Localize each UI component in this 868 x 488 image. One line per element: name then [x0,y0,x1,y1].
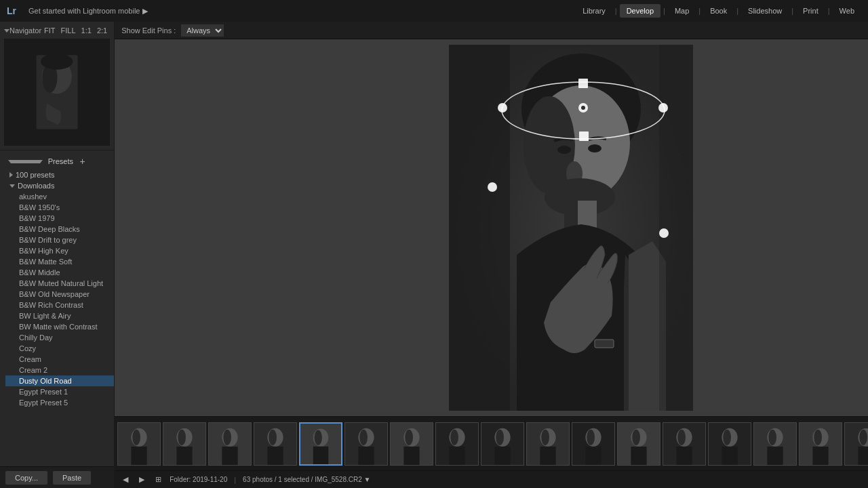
svg-rect-18 [659,45,693,411]
preset-bw-old-newspaper[interactable]: B&W Old Newspaper [5,289,114,300]
filmstrip-thumb-5[interactable] [344,422,388,466]
show-edit-select[interactable]: Always Auto Never [181,24,224,37]
preset-group-100presets: 100 presets [5,169,114,180]
paste-button[interactable]: Paste [53,471,91,485]
navigator-header: Navigator FIT FILL 1:1 2:1 [4,26,110,35]
svg-rect-59 [450,446,465,464]
svg-point-27 [581,106,585,110]
navigator-title: Navigator [9,26,41,35]
presets-title: Presets [48,157,77,165]
svg-point-62 [496,429,505,445]
zoom-fit[interactable]: FIT [41,26,58,35]
svg-point-78 [678,429,686,445]
filmstrip-thumb-8[interactable] [481,422,524,466]
filmstrip-thumb-13[interactable] [708,422,751,466]
svg-rect-75 [631,446,647,464]
preset-group-downloads-label: Downloads [18,182,54,190]
preset-akushev[interactable]: akushev [5,191,114,202]
svg-rect-39 [222,446,238,464]
svg-rect-47 [313,446,329,464]
svg-point-13 [588,144,601,152]
svg-rect-87 [768,446,783,464]
svg-rect-16 [595,340,614,348]
filmstrip-thumb-14[interactable] [753,422,797,466]
zoom-1to1[interactable]: 1:1 [79,26,94,35]
filmstrip-thumb-10[interactable] [572,422,615,466]
preset-bw-middle[interactable]: B&W Middle [5,267,114,278]
filmstrip-thumb-16[interactable] [844,422,868,466]
preset-bw1950s[interactable]: B&W 1950's [5,202,114,213]
get-started-link[interactable]: Get started with Lightroom mobile ▶ [28,7,148,16]
preset-cream[interactable]: Cream [5,354,114,365]
svg-point-66 [542,429,550,445]
filmstrip-thumb-2[interactable] [208,422,252,466]
preset-group-downloads-header[interactable]: Downloads [5,180,114,191]
filmstrip-thumb-4[interactable] [299,422,342,466]
preset-cozy[interactable]: Cozy [5,343,114,354]
navigator-collapse-icon[interactable] [4,29,9,33]
nav-book[interactable]: Book [703,4,734,18]
preset-group-downloads: Downloads akushev B&W 1950's B&W 1979 B&… [5,180,114,408]
preset-bw-rich-contrast[interactable]: B&W Rich Contrast [5,300,114,310]
svg-point-70 [587,429,595,445]
filmstrip-thumb-3[interactable] [254,422,297,466]
svg-point-30 [133,429,141,445]
filmstrip-thumb-9[interactable] [526,422,570,466]
svg-point-74 [633,429,641,445]
preset-bw-light-airy[interactable]: BW Light & Airy [5,310,114,321]
svg-point-12 [557,146,571,154]
filmstrip-prev-btn[interactable]: ◀ [120,474,131,485]
nav-map[interactable]: Map [668,4,696,18]
preset-egypt5[interactable]: Egypt Preset 5 [5,397,114,408]
preset-bw-drift[interactable]: B&W Drift to grey [5,235,114,245]
filmstrip-thumb-15[interactable] [799,422,842,466]
svg-rect-23 [579,131,589,141]
presets-header[interactable]: Presets + [0,153,114,169]
nav-develop[interactable]: Develop [620,4,660,18]
svg-rect-79 [677,446,692,464]
add-preset-button[interactable]: + [79,156,108,167]
filmstrip-thumb-11[interactable] [617,422,660,466]
preset-bw-high-key[interactable]: B&W High Key [5,245,114,256]
svg-rect-83 [722,446,738,464]
preset-bw-deep-blacks[interactable]: B&W Deep Blacks [5,224,114,235]
photo-label: 63 photos / 1 selected / IMG_5528.CR2 ▼ [243,476,370,483]
lr-logo: Lr [7,5,16,16]
svg-rect-20 [578,79,588,88]
preset-bw1979[interactable]: B&W 1979 [5,213,114,224]
svg-point-58 [451,429,459,445]
svg-rect-63 [495,446,511,464]
preset-egypt1[interactable]: Egypt Preset 1 [5,386,114,397]
filmstrip-grid-btn[interactable]: ⊞ [153,474,164,485]
top-bar: Lr Get started with Lightroom mobile ▶ L… [0,0,868,22]
preset-group-100presets-header[interactable]: 100 presets [5,169,114,180]
main-layout: Navigator FIT FILL 1:1 2:1 [0,22,868,488]
filmstrip-thumb-6[interactable] [390,422,433,466]
svg-point-46 [315,430,322,445]
filmstrip-thumb-0[interactable] [117,422,161,466]
zoom-fill[interactable]: FILL [58,26,79,35]
nav-slideshow[interactable]: Slideshow [741,4,789,18]
filmstrip-thumb-12[interactable] [663,422,706,466]
svg-point-86 [769,429,777,445]
filmstrip-thumb-7[interactable] [435,422,479,466]
main-image [449,45,693,411]
nav-print[interactable]: Print [796,4,825,18]
preset-chilly-day[interactable]: Chilly Day [5,332,114,343]
svg-point-38 [224,429,232,445]
zoom-2to1[interactable]: 2:1 [94,26,110,35]
preset-dusty-old-road[interactable]: Dusty Old Road [5,375,114,386]
preset-bw-matte-soft[interactable]: B&W Matte Soft [5,256,114,267]
nav-web[interactable]: Web [833,4,861,18]
copy-button[interactable]: Copy... [5,471,47,485]
left-panel-bottom-bar: Copy... Paste [0,466,114,488]
preset-bw-matte-contrast[interactable]: BW Matte with Contrast [5,321,114,332]
filmstrip-next-btn[interactable]: ▶ [136,474,147,485]
left-panel: Navigator FIT FILL 1:1 2:1 [0,22,115,488]
preset-bw-muted[interactable]: B&W Muted Natural Light [5,278,114,289]
svg-point-50 [360,429,368,445]
filmstrip-thumb-1[interactable] [163,422,206,466]
filmstrip [115,416,868,470]
preset-cream2[interactable]: Cream 2 [5,365,114,375]
nav-library[interactable]: Library [576,4,612,18]
